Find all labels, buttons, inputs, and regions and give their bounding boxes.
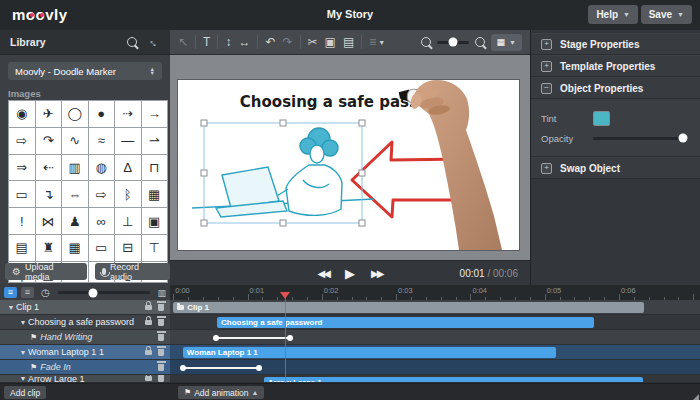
layer-list-row-6[interactable]: ▼Arrow Large 1 <box>0 375 170 383</box>
library-item-barrel[interactable]: ▥ <box>62 155 88 181</box>
library-item-arrow-line[interactable]: → <box>142 101 168 127</box>
animation-end-handle[interactable] <box>256 365 262 371</box>
library-item-curve-2[interactable]: ≈ <box>89 128 115 154</box>
timeline-options-icon[interactable]: ▥ <box>157 288 166 298</box>
animation-start-handle[interactable] <box>213 335 219 341</box>
playhead-line[interactable] <box>285 298 286 383</box>
add-clip-button[interactable]: Add clip <box>4 386 46 399</box>
library-item-cart[interactable]: ⊟ <box>115 235 141 261</box>
library-item-straight-line[interactable]: — <box>115 128 141 154</box>
library-item-bowling-pin[interactable]: ! <box>9 208 35 234</box>
collapse-caret-icon[interactable]: ▼ <box>6 304 16 311</box>
animation-duration-line[interactable] <box>216 337 290 339</box>
library-item-dashed-line[interactable]: ⇢ <box>115 101 141 127</box>
help-button[interactable]: Help ▼ <box>588 5 638 24</box>
library-item-business-card[interactable]: ▭ <box>89 235 115 261</box>
collapse-caret-icon[interactable]: ▼ <box>18 375 28 382</box>
trash-icon[interactable] <box>158 304 164 311</box>
opacity-slider-knob[interactable] <box>679 134 688 143</box>
lock-icon[interactable] <box>145 305 152 310</box>
cut-icon[interactable]: ✂ <box>308 35 318 49</box>
timeline-zoom-knob[interactable] <box>88 288 97 297</box>
object-properties-header[interactable]: − Object Properties <box>531 77 700 99</box>
animation-duration-line[interactable] <box>183 367 259 369</box>
playhead-handle[interactable] <box>280 292 290 299</box>
align-vertical-icon[interactable]: ↕ <box>225 35 231 49</box>
text-tool-icon[interactable]: T <box>203 35 210 49</box>
library-item-arrow-right[interactable]: ⇀ <box>142 128 168 154</box>
library-item-notepad[interactable]: ▦ <box>62 235 88 261</box>
library-category-select[interactable]: Moovly - Doodle Marker ▲▼ <box>8 62 162 80</box>
clip-bar-1[interactable]: Clip 1 <box>173 302 643 313</box>
trash-icon[interactable] <box>158 349 164 356</box>
undo-icon[interactable]: ↶ <box>265 35 275 49</box>
library-item-bluetooth[interactable]: ᛒ <box>115 181 141 207</box>
record-audio-button[interactable]: Record audio <box>95 263 170 280</box>
swap-object-header[interactable]: + Swap Object <box>531 157 700 179</box>
list-view-button[interactable]: ≡ <box>4 287 17 298</box>
library-item-block-arrow[interactable]: ⇨ <box>9 128 35 154</box>
object-bar-4[interactable]: Woman Laptop 1 1 <box>183 347 556 358</box>
library-item-apple[interactable]: ◯ <box>62 101 88 127</box>
arrange-icon[interactable]: ≡▼ <box>369 35 385 49</box>
object-bar-2[interactable]: Choosing a safe password <box>217 317 594 328</box>
library-item-dashed-arrow[interactable]: ⇠ <box>36 155 62 181</box>
align-horizontal-icon[interactable]: ↔ <box>238 35 250 49</box>
lock-icon[interactable] <box>145 350 152 355</box>
library-item-box[interactable]: ▭ <box>9 181 35 207</box>
library-item-right-arrow[interactable]: ⇨ <box>89 181 115 207</box>
layer-list-row-5[interactable]: ⚑Fade In <box>0 360 170 375</box>
library-item-curve[interactable]: ∿ <box>62 128 88 154</box>
library-item-boy[interactable]: ♟ <box>62 208 88 234</box>
library-item-apple-logo[interactable]: ● <box>89 101 115 127</box>
layer-list-row-3[interactable]: ⚑Hand Writing <box>0 330 170 345</box>
add-animation-button[interactable]: ⚑ Add animation ▲ <box>178 386 264 399</box>
zoom-out-icon[interactable] <box>421 37 431 47</box>
library-item-bend-arrow[interactable]: ↴ <box>36 181 62 207</box>
copy-icon[interactable]: ▣ <box>325 35 336 49</box>
trash-icon[interactable] <box>158 334 164 341</box>
library-item-long-arrow[interactable]: ⇒ <box>9 155 35 181</box>
timeline-ruler[interactable]: 0:000:010:020:030:040:050:06 <box>170 285 700 301</box>
paste-icon[interactable]: ▤ <box>343 35 354 49</box>
library-item-curved-arrow[interactable]: ↷ <box>36 128 62 154</box>
collapse-caret-icon[interactable]: ▼ <box>18 349 28 356</box>
library-item-bank[interactable]: ♜ <box>36 235 62 261</box>
library-item-basketball[interactable]: ◍ <box>89 155 115 181</box>
library-item-bench[interactable]: ⊓ <box>142 155 168 181</box>
group-view-button[interactable]: ≡ <box>21 287 34 298</box>
timeline-zoom-slider[interactable] <box>58 291 150 294</box>
library-item-camera[interactable]: ▣ <box>142 208 168 234</box>
layer-list-row-2[interactable]: ▼Choosing a safe password <box>0 315 170 330</box>
stage-properties-header[interactable]: + Stage Properties <box>531 33 700 55</box>
animation-end-handle[interactable] <box>287 335 293 341</box>
layer-list-row-4[interactable]: ▼Woman Laptop 1 1 <box>0 345 170 360</box>
animation-start-handle[interactable] <box>180 365 186 371</box>
layer-list-row-1[interactable]: ▼Clip 1 <box>0 300 170 315</box>
trash-icon[interactable] <box>158 364 164 371</box>
library-item-building-window[interactable]: ▦ <box>142 181 168 207</box>
lock-icon[interactable] <box>145 376 152 381</box>
library-item-double-arrow[interactable]: ⇔ <box>62 181 88 207</box>
library-item-airplane[interactable]: ✈ <box>36 101 62 127</box>
trash-icon[interactable] <box>158 375 164 382</box>
zoom-slider[interactable] <box>437 41 469 44</box>
collapse-caret-icon[interactable]: ▼ <box>18 319 28 326</box>
library-item-bottle[interactable]: ∆ <box>115 155 141 181</box>
play-button[interactable]: ▶ <box>345 266 355 281</box>
tint-color-swatch[interactable] <box>593 111 610 126</box>
opacity-slider[interactable] <box>593 137 686 140</box>
library-item-shorts[interactable]: ⋈ <box>36 208 62 234</box>
upload-media-button[interactable]: ⚙ Upload media <box>5 263 87 280</box>
stage-canvas[interactable]: Choosing a safe password <box>178 80 519 250</box>
rewind-button[interactable]: ◀◀ <box>318 268 329 279</box>
lock-icon[interactable] <box>145 320 152 325</box>
zoom-in-icon[interactable] <box>475 37 485 47</box>
redo-icon[interactable]: ↷ <box>282 35 292 49</box>
template-properties-header[interactable]: + Template Properties <box>531 55 700 77</box>
resize-corner-icon[interactable] <box>693 394 699 400</box>
zoom-slider-knob[interactable] <box>448 38 457 47</box>
save-button[interactable]: Save ▼ <box>641 5 692 24</box>
library-item-power-line[interactable]: ⊥ <box>115 208 141 234</box>
trash-icon[interactable] <box>158 319 164 326</box>
